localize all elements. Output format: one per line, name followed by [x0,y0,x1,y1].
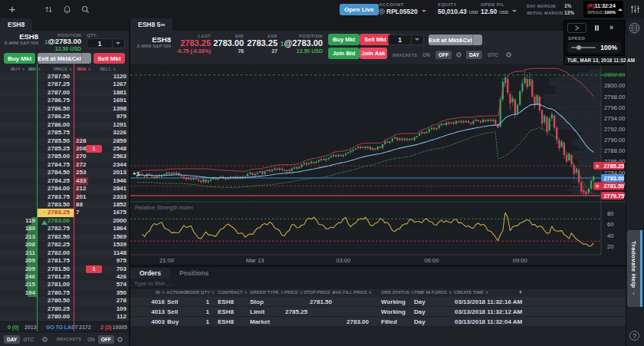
tab-orders[interactable]: Orders [130,268,170,278]
ask-size[interactable]: 272 [76,161,86,169]
help-question-icon[interactable]: ? [629,331,639,341]
ask-size[interactable]: 212 [76,185,86,193]
dom-brackets-off-toggle[interactable]: OFF [98,335,114,344]
ladder-row[interactable]: 2785.002702563 [0,153,129,160]
orders-col-stop-price[interactable]: STOP PRICE⇅ [304,288,335,297]
ladder-row[interactable]: 2786.001291 [0,121,129,129]
ladder-row[interactable]: 2132782.501569 [0,233,129,241]
ladder-row[interactable]: 2787.251267 [0,81,129,88]
ladder-row[interactable]: 2786.751691 [0,97,129,104]
orders-filter-input[interactable] [130,280,284,287]
dom-buy-mkt-button[interactable]: Buy Mkt [4,53,35,64]
bid-size[interactable]: 211 [25,249,35,257]
ladder-row[interactable]: 2462781.25426 [0,273,129,281]
replay-close-icon[interactable]: × [610,25,613,31]
chart-sell-mkt-button[interactable]: Sell Mkt [360,34,391,45]
chart-join-ask-button[interactable]: Join Ask [360,48,387,59]
tradovate-help-tab[interactable]: Tradovate Help ‹ [627,230,642,307]
open-pl-display[interactable]: OPEN P/L 12.50 USD [481,2,518,15]
bid-size[interactable]: 213 [25,233,35,241]
ladder-row[interactable]: 2082782.251539 [0,241,129,249]
dom-col-sell[interactable]: SELL [100,66,104,71]
orders-col-ord-status[interactable]: ORD STATUS⇅ [381,288,414,297]
gear-icon[interactable] [455,51,462,58]
chart-brackets-on-toggle[interactable]: ON [419,51,433,59]
ladder-row[interactable]: 2152781.00574 [0,281,129,288]
working-order-axis-badge[interactable]: ×2781.50 [593,183,624,190]
ladder-row[interactable]: 2785.502282859 [0,137,129,145]
dom-exit-chevron[interactable] [81,53,91,64]
globe-icon[interactable] [629,22,640,37]
chart-join-bid-button[interactable]: Join Bid [328,48,360,59]
account-selector[interactable]: ACCOUNT D RPL05520 [379,2,427,15]
ladder-row[interactable]: 2785.753226 [0,129,129,137]
settings-sliders-icon[interactable] [629,5,641,14]
ask-size[interactable]: 208 [76,145,86,153]
orders-col-order-type[interactable]: ORDER TYPE⇅ [250,288,284,297]
ladder-row[interactable]: 2786.501398 [0,105,129,113]
ask-size[interactable]: 7 [76,209,79,216]
dom-sell-mkt-button[interactable]: Sell Mkt [94,53,125,64]
ladder-row[interactable]: 2780.25109 [0,305,129,313]
ladder-row[interactable]: 1942780.75350 [0,289,129,297]
replay-speed-slider[interactable]: 100% [567,42,621,53]
bid-size[interactable]: 209 [25,265,35,273]
ladder-row[interactable]: 2783.50881852 [0,201,129,209]
order-row[interactable]: 4016Sell1ESH8Stop2781.50WorkingDay03/13/… [130,297,626,307]
ladder-row[interactable]: 1192783.002000 [0,217,129,225]
ladder-row[interactable]: 2785.2520812548 [0,145,129,153]
gear-icon[interactable] [41,336,48,343]
ask-size[interactable]: 201 [76,193,86,201]
replay-clock-toggle[interactable]: (R)11:32:24 SPEED:100% [583,1,623,18]
chart-qty-selector[interactable]: 1 [388,35,424,45]
slider-knob[interactable] [577,45,581,50]
bid-size[interactable]: 215 [25,281,35,288]
dom-qty-selector[interactable]: 1 [87,38,125,48]
chart-exit-chevron[interactable] [472,35,482,45]
orders-col-id[interactable]: ID⇅ [156,288,165,297]
ladder-row[interactable]: 2787.501120 [0,73,129,81]
ladder-row[interactable]: 2783.752012333 [0,193,129,201]
chart-brackets-off-toggle[interactable]: OFF [435,51,452,59]
ladder-row[interactable]: 2784.002122841 [0,185,129,193]
orders-col-contract[interactable]: CONTRACT⇅ [218,288,248,297]
ask-size[interactable]: 433 [76,177,86,185]
add-widget-icon[interactable]: + [3,0,21,18]
ladder-row[interactable]: 2092781.501703 [0,265,129,273]
dom-col-ask[interactable]: ASK [77,66,81,71]
ladder-row[interactable]: 2784.254331946 [0,177,129,185]
ladder-row[interactable]: 2787.001881 [0,89,129,97]
order-row[interactable]: 4003Buy1ESH8Market2783.00FilledDay03/13/… [130,317,626,327]
ask-size[interactable]: 88 [76,201,83,209]
dom-exit-button[interactable]: Exit at Mkt&Cxl [38,53,91,64]
dom-tif-gtc-toggle[interactable]: GTC [20,335,37,344]
replay-pause-button[interactable] [595,25,599,31]
bid-size[interactable]: 119 [25,217,35,225]
gear-icon[interactable] [117,336,123,343]
working-order-axis-badge[interactable]: ×2785.25 [593,162,624,170]
bid-size[interactable]: 189 [25,225,35,232]
dom-brackets-on-toggle[interactable]: ON [84,335,98,344]
dom-col-bid[interactable]: BID [28,66,33,71]
orders-col-price[interactable]: PRICE⇅ [284,288,303,297]
dom-tif-day-toggle[interactable]: DAY [4,335,20,344]
ladder-row[interactable]: 2780.50278 [0,297,129,305]
bid-size[interactable]: 208 [25,241,35,249]
ladder-row[interactable]: 1892782.751864 [0,225,129,232]
dom-tab-esh8[interactable]: ESH8 [0,18,32,31]
chart-tab-esh8-5m[interactable]: ESH8 5m [130,18,172,31]
ladder-row[interactable]: 2786.25979 [0,113,129,120]
ladder-row[interactable]: · 2783.2571675 [0,209,129,216]
orders-col-order-qty[interactable]: ORDER QTY⇅ [183,288,215,297]
chart-buy-mkt-button[interactable]: Buy Mkt [328,34,360,45]
orders-col-create-time[interactable]: CREATE TIME⇅ [454,288,488,297]
notifications-bell-icon[interactable] [58,0,76,18]
order-row[interactable]: 4013Sell1ESH8Limit2785.25WorkingDay03/13… [130,307,626,317]
transfer-arrows-icon[interactable] [39,0,58,18]
price-chart[interactable]: +1Relative Strength Index2802.002800.002… [130,64,626,265]
tab-positions[interactable]: Positions [170,268,218,278]
orders-col-avg-fill-price[interactable]: AVG FILL PRICE⇅ [333,288,372,297]
chart-tif-gtc-toggle[interactable]: GTC [485,51,501,59]
working-sell-order-badge[interactable]: 1 [86,265,102,273]
chart-tif-day-toggle[interactable]: DAY [466,51,482,59]
